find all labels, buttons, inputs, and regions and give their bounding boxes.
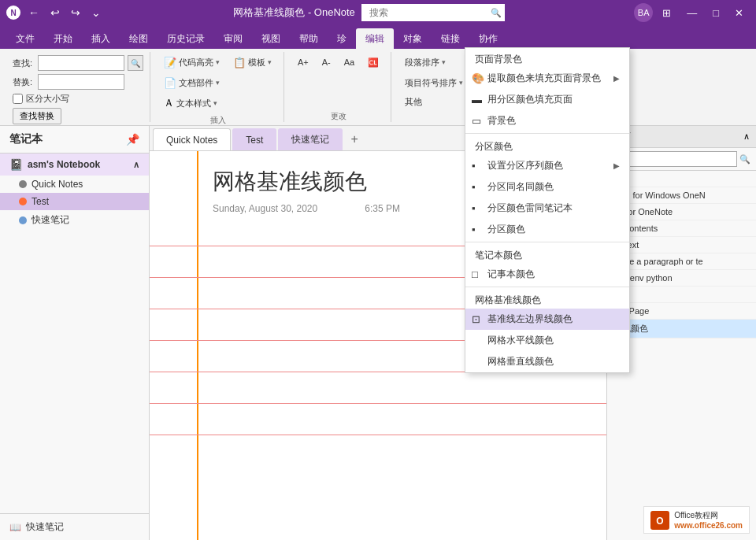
menu-item-set-section-series-color[interactable]: ▪ 设置分区序列颜色 ▶ xyxy=(465,155,629,176)
tab-draw[interactable]: 绘图 xyxy=(120,28,158,49)
text-component-button[interactable]: 📄 文档部件 ▾ xyxy=(158,74,225,91)
more-row2: 项目符号排序 ▾ xyxy=(399,72,469,93)
same-name-icon: ▪ xyxy=(472,181,476,193)
tab-view[interactable]: 视图 xyxy=(252,28,290,49)
tab-history[interactable]: 历史记录 xyxy=(158,28,214,49)
menu-item-baseline-left-color[interactable]: ⊡ 基准线左边界线颜色 xyxy=(465,309,629,330)
notebook-icon: 📓 xyxy=(9,158,23,171)
sidebar-footer[interactable]: 📖 快速笔记 xyxy=(0,513,149,540)
ribbon-tabs: 文件 开始 插入 绘图 历史记录 审阅 视图 帮助 珍 编辑 对象 链接 协作 xyxy=(0,25,756,49)
insert-group: 📝 代码高亮 ▾ 📋 模板 ▾ 📄 文档部件 ▾ Ａ 文本样式 ▾ xyxy=(152,52,284,122)
sidebar-item-test[interactable]: Test xyxy=(0,193,149,210)
sidebar-item-kuaisu[interactable]: 快速笔记 xyxy=(0,210,149,230)
grid-horizontal-label: 网格水平线颜色 xyxy=(487,334,554,347)
replace-input[interactable] xyxy=(38,74,124,90)
svg-text:O: O xyxy=(656,516,663,527)
text-style-button[interactable]: Ａ 文本样式 ▾ xyxy=(158,94,223,112)
add-tab-button[interactable]: + xyxy=(344,128,364,150)
sidebar-notebook[interactable]: 📓 asm's Notebook ∧ xyxy=(0,153,149,176)
insert-row2: 📄 文档部件 ▾ xyxy=(158,72,225,93)
baseline-left-label: 基准线左边界线颜色 xyxy=(487,313,573,326)
template-button[interactable]: 📋 模板 ▾ xyxy=(228,54,277,71)
page-tab-test[interactable]: Test xyxy=(232,128,276,150)
window-title: 网格基准线颜色 - OneNote xyxy=(233,6,355,20)
tab-collab[interactable]: 协作 xyxy=(469,28,507,49)
right-panel-collapse-icon[interactable]: ∧ xyxy=(743,131,750,142)
more-row1: 段落排序 ▾ xyxy=(399,52,451,72)
find-row: 查找: 🔍 xyxy=(13,55,143,71)
menu-section-page-background: 页面背景色 xyxy=(465,48,629,68)
sidebar-item-quicknotes[interactable]: Quick Notes xyxy=(0,176,149,193)
dropdown-menu: 页面背景色 🎨 提取颜色来填充页面背景色 ▶ ▬ 用分区颜色填充页面 ▭ 背景色… xyxy=(465,47,630,373)
format-row1: A+ A- Aa 🆑 xyxy=(292,52,384,72)
list-sort-button[interactable]: 项目符号排序 ▾ xyxy=(399,74,469,91)
title-bar-center: 网格基准线颜色 - OneNote 🔍 xyxy=(104,4,634,21)
font-aa-button[interactable]: Aa xyxy=(339,54,360,71)
undo-button[interactable]: ↩ xyxy=(47,5,63,20)
menu-item-background-color[interactable]: ▭ 背景色 xyxy=(465,110,629,131)
insert-row3: Ａ 文本样式 ▾ xyxy=(158,93,223,113)
menu-item-same-name-color[interactable]: ▪ 分区同名同颜色 xyxy=(465,176,629,198)
menu-item-extract-color[interactable]: 🎨 提取颜色来填充页面背景色 ▶ xyxy=(465,68,629,89)
tab-object[interactable]: 对象 xyxy=(394,28,432,49)
insert-group-label: 插入 xyxy=(158,113,277,126)
notebook-color-label: 分区颜色雷同笔记本 xyxy=(487,202,573,215)
page-tab-quicknotes[interactable]: Quick Notes xyxy=(153,128,231,150)
font-size-dec-button[interactable]: A- xyxy=(317,54,336,71)
case-sensitive-checkbox[interactable] xyxy=(13,94,23,104)
clear-format-button[interactable]: 🆑 xyxy=(362,54,384,71)
notebook-color-text: 记事本颜色 xyxy=(487,268,535,281)
redo-button[interactable]: ↪ xyxy=(68,5,83,20)
tab-edit[interactable]: 编辑 xyxy=(356,28,394,49)
right-panel-search-icon[interactable]: 🔍 xyxy=(737,154,753,165)
tab-zhen[interactable]: 珍 xyxy=(328,28,356,49)
search-icon[interactable]: 🔍 xyxy=(491,8,502,18)
find-label: 查找: xyxy=(13,57,35,69)
expand-icon: ∧ xyxy=(133,160,139,170)
find-replace-group: 查找: 🔍 替换: 区分大小写 查找替换 查找替换 xyxy=(6,52,150,122)
quick-access-button[interactable]: ⌄ xyxy=(88,5,104,20)
menu-item-grid-vertical-color[interactable]: 网格垂直线颜色 xyxy=(465,351,629,372)
fill-section-icon: ▬ xyxy=(472,94,482,105)
search-input[interactable] xyxy=(365,4,491,21)
find-input[interactable] xyxy=(38,55,124,71)
minimize-button[interactable]: — xyxy=(680,0,703,25)
watermark-url: www.office26.com xyxy=(674,521,743,530)
tab-help[interactable]: 帮助 xyxy=(290,28,328,49)
menu-item-fill-section-color[interactable]: ▬ 用分区颜色填充页面 xyxy=(465,89,629,110)
tab-file[interactable]: 文件 xyxy=(6,28,44,49)
bg-color-label: 背景色 xyxy=(487,114,516,128)
tab-review[interactable]: 审阅 xyxy=(214,28,252,49)
code-highlight-button[interactable]: 📝 代码高亮 ▾ xyxy=(158,54,225,71)
page-tab-kuaisu[interactable]: 快速笔记 xyxy=(278,128,343,150)
line-spacing-button[interactable]: 段落排序 ▾ xyxy=(399,54,451,71)
avatar-button[interactable]: BA xyxy=(634,3,653,22)
menu-item-section-color[interactable]: ▪ 分区颜色 xyxy=(465,219,629,240)
replace-row: 替换: xyxy=(13,74,124,90)
tab-start[interactable]: 开始 xyxy=(44,28,82,49)
tab-link[interactable]: 链接 xyxy=(432,28,469,49)
ribbon: 查找: 🔍 替换: 区分大小写 查找替换 查找替换 📝 代码高亮 ▾ 📋 模板 … xyxy=(0,49,756,126)
kuaisu-label: 快速笔记 xyxy=(32,213,69,227)
window-grid-button[interactable]: ⊞ xyxy=(656,0,677,25)
extract-color-icon: 🎨 xyxy=(472,72,484,84)
footer-label: 快速笔记 xyxy=(26,520,64,534)
tab-insert[interactable]: 插入 xyxy=(82,28,120,49)
sidebar-pin-icon[interactable]: 📌 xyxy=(126,133,139,146)
find-button[interactable]: 🔍 xyxy=(128,55,143,71)
format-group: A+ A- Aa 🆑 更改 xyxy=(286,52,391,122)
maximize-button[interactable]: □ xyxy=(706,0,725,25)
section-color-icon: ▪ xyxy=(472,224,476,235)
kuaisu-dot xyxy=(19,216,27,224)
menu-item-grid-horizontal-color[interactable]: 网格水平线颜色 xyxy=(465,330,629,351)
notebook-color-icon: ▪ xyxy=(472,202,476,214)
h-line-7 xyxy=(150,435,606,435)
find-replace-button[interactable]: 查找替换 xyxy=(13,108,61,124)
menu-item-similar-notebook-color[interactable]: ▪ 分区颜色雷同笔记本 xyxy=(465,198,629,219)
font-size-inc-button[interactable]: A+ xyxy=(292,54,314,71)
other-button[interactable]: 其他 xyxy=(399,93,428,110)
notebook-name: asm's Notebook xyxy=(28,159,100,170)
back-button[interactable]: ← xyxy=(25,5,43,20)
menu-item-notebook-color[interactable]: □ 记事本颜色 xyxy=(465,264,629,285)
close-button[interactable]: ✕ xyxy=(728,0,750,25)
